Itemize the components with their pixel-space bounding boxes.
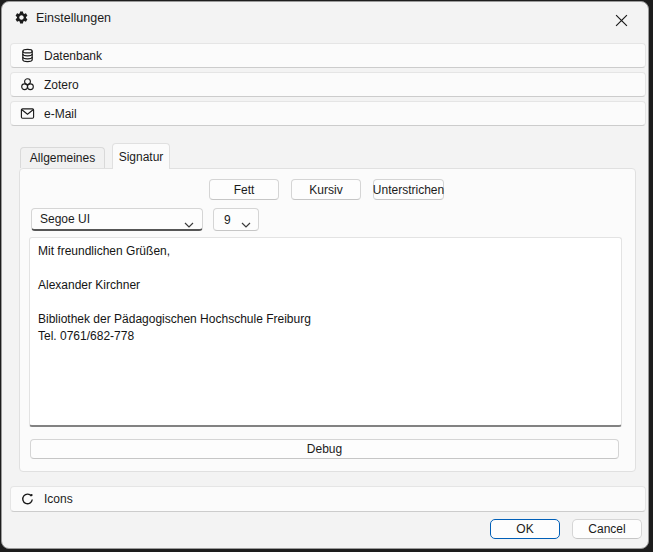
italic-button[interactable]: Kursiv <box>291 179 361 200</box>
mail-icon <box>19 106 35 122</box>
section-label: Icons <box>44 492 73 506</box>
database-icon <box>19 48 35 64</box>
tab-allgemeines[interactable]: Allgemeines <box>20 147 105 168</box>
chevron-down-icon <box>184 217 194 231</box>
font-size-value: 9 <box>224 213 231 227</box>
font-family-combobox[interactable]: Segoe UI <box>31 208 203 231</box>
bold-button[interactable]: Fett <box>209 179 279 200</box>
titlebar: Einstellungen <box>2 2 648 42</box>
section-header-datenbank[interactable]: Datenbank <box>10 43 646 68</box>
section-header-email[interactable]: e-Mail <box>10 101 646 126</box>
section-header-zotero[interactable]: Zotero <box>10 72 646 97</box>
gear-icon <box>14 10 29 25</box>
section-label: e-Mail <box>44 107 77 121</box>
font-size-combobox[interactable]: 9 <box>213 208 259 231</box>
chevron-down-icon <box>241 217 251 231</box>
refresh-icon <box>19 491 35 507</box>
close-icon <box>615 14 628 27</box>
section-label: Zotero <box>44 78 79 92</box>
tab-signatur[interactable]: Signatur <box>112 143 170 169</box>
tab-label: Signatur <box>119 150 164 164</box>
section-label: Datenbank <box>44 49 102 63</box>
underline-button[interactable]: Unterstrichen <box>373 179 444 200</box>
settings-dialog: Einstellungen Datenbank Zotero e-Mail Al… <box>1 1 649 549</box>
close-button[interactable] <box>602 7 640 33</box>
section-header-icons[interactable]: Icons <box>10 486 646 512</box>
cancel-button[interactable]: Cancel <box>572 519 642 539</box>
debug-button[interactable]: Debug <box>30 439 619 459</box>
ok-button[interactable]: OK <box>490 519 560 539</box>
window-title: Einstellungen <box>36 11 111 25</box>
font-family-value: Segoe UI <box>40 212 90 226</box>
zotero-icon <box>19 77 35 93</box>
signature-textarea[interactable]: Mit freundlichen Grüßen, Alexander Kirch… <box>29 237 622 427</box>
tab-label: Allgemeines <box>30 151 95 165</box>
